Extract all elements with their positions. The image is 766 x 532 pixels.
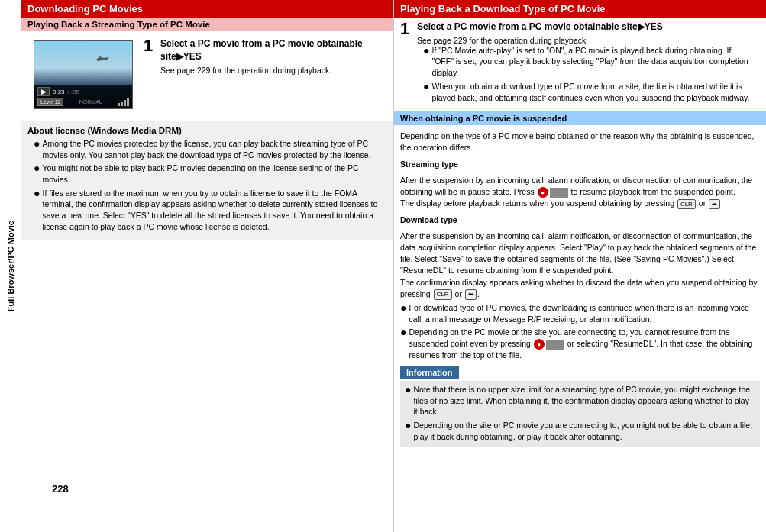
resume-btn: ●: [538, 187, 548, 198]
sidebar-label: Full Browser/PC Movie: [6, 221, 15, 311]
movie-controls: ▶ 0:23 / :35 Level 12 NORMAL: [34, 85, 132, 108]
right-bullet-dot-1: ●: [423, 45, 429, 56]
right-step1-sub: See page 229 for the operation during pl…: [417, 36, 760, 45]
signal-bars: [118, 98, 129, 106]
right-step1-number: 1: [400, 21, 412, 37]
right-bullet-2: ● When you obtain a download type of PC …: [423, 81, 754, 103]
clr-btn: CLR: [677, 199, 696, 210]
streaming-type-header: Streaming type: [394, 156, 766, 172]
right-step1-title: Select a PC movie from a PC movie obtain…: [417, 21, 760, 34]
step1-content: 1 Select a PC movie from a PC movie obta…: [144, 37, 383, 75]
step1-text: Select a PC movie from a PC movie obtain…: [160, 37, 383, 75]
info-bullet-1: ● Note that there is no upper size limit…: [405, 384, 755, 418]
sidebar: Full Browser/PC Movie: [0, 0, 21, 532]
download-bullet-dot-1: ●: [400, 302, 406, 313]
bullet-dot-3: ●: [34, 188, 40, 198]
main-content: Downloading PC Movies Playing Back a Str…: [21, 0, 766, 532]
right-bullet-dot-2: ●: [423, 81, 429, 92]
right-bullet-1: ● If "PC Movie auto-play" is set to "ON"…: [423, 45, 754, 79]
info-bullet-2: ● Depending on the site or PC movie you …: [405, 420, 755, 442]
step1-number: 1: [144, 37, 156, 54]
about-license-bullets: ● Among the PC movies protected by the l…: [27, 138, 387, 233]
section1-header: Playing Back a Streaming Type of PC Movi…: [21, 18, 393, 31]
left-main-header: Downloading PC Movies: [21, 0, 393, 18]
play-button[interactable]: ▶: [37, 87, 50, 96]
info-bullet-dot-1: ●: [405, 384, 411, 395]
movie-thumbnail: ▶ 0:23 / :35 Level 12 NORMAL: [34, 40, 133, 109]
download-bullet-2: ● Depending on the PC movie or the site …: [400, 327, 760, 361]
resume-label: [550, 188, 568, 198]
license-bullet-2: ● You might not be able to play back PC …: [34, 163, 381, 185]
license-bullet-1: ● Among the PC movies protected by the l…: [34, 138, 381, 160]
information-container: Information ● Note that there is no uppe…: [394, 363, 766, 447]
download-bullet-1: ● For download type of PC movies, the do…: [400, 302, 760, 324]
normal-label: NORMAL: [79, 99, 102, 105]
level-badge: Level 12: [37, 98, 63, 106]
step1-row: ▶ 0:23 / :35 Level 12 NORMAL: [21, 34, 393, 115]
clr-btn2: CLR: [434, 289, 452, 300]
streaming-type-body: After the suspension by an incoming call…: [394, 172, 766, 212]
back-btn2: ⬅: [465, 289, 477, 300]
step1-title: Select a PC movie from a PC movie obtain…: [160, 37, 383, 63]
resume-btn2: ●: [534, 339, 545, 350]
bullet-dot-1: ●: [34, 138, 40, 149]
suspended-body: Depending on the type of a PC movie bein…: [394, 128, 766, 156]
right-col-inner: Playing Back a Download Type of PC Movie…: [394, 0, 766, 455]
left-column: Downloading PC Movies Playing Back a Str…: [21, 0, 394, 532]
right-step1-bullets: ● If "PC Movie auto-play" is set to "ON"…: [417, 45, 760, 103]
information-header: Information: [400, 366, 459, 379]
timecode: 0:23: [53, 89, 65, 95]
step1-sub: See page 229 for the operation during pl…: [160, 66, 383, 75]
download-bullet-dot-2: ●: [400, 327, 406, 337]
page-number: 228: [46, 480, 75, 498]
right-column: Playing Back a Download Type of PC Movie…: [394, 0, 766, 532]
about-license-section: About license (Windows Media DRM) ● Amon…: [21, 121, 393, 240]
about-license-title: About license (Windows Media DRM): [27, 126, 387, 135]
info-bullet-dot-2: ●: [405, 420, 411, 430]
resume-label2: [546, 340, 564, 350]
right-step1-content: Select a PC movie from a PC movie obtain…: [417, 21, 760, 105]
license-bullet-3: ● If files are stored to the maximum whe…: [34, 188, 381, 233]
download-bullets: ● For download type of PC movies, the do…: [394, 302, 766, 361]
information-content: ● Note that there is no upper size limit…: [400, 381, 760, 447]
right-step1-row: 1 Select a PC movie from a PC movie obta…: [394, 18, 766, 108]
duration: / :35: [68, 89, 80, 95]
download-type-header: Download type: [394, 212, 766, 228]
back-btn: ⬅: [709, 199, 720, 210]
download-type-body: After the suspension by an incoming call…: [394, 228, 766, 302]
suspended-header: When obtaining a PC movie is suspended: [394, 111, 766, 125]
right-main-header: Playing Back a Download Type of PC Movie: [394, 0, 766, 18]
bullet-dot-2: ●: [34, 163, 40, 173]
